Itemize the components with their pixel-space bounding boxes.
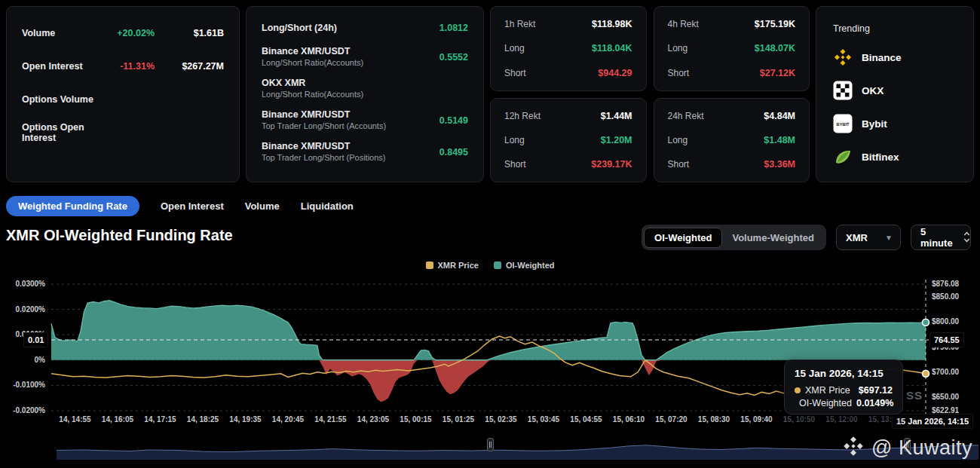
rekt-total: $175.19K — [755, 19, 795, 29]
rekt-long-value: $148.07K — [755, 43, 795, 54]
x-axis-tick: 15, 02:35 — [485, 415, 516, 424]
rekt-long-label: Long — [504, 43, 592, 54]
rekt-short-label: Short — [668, 159, 764, 170]
coinglass-dashboard: Volume+20.02%$1.61BOpen Interest-11.31%$… — [0, 0, 980, 468]
trending-item-okx[interactable]: OKX — [833, 81, 957, 100]
trending-item-bybit[interactable]: BYBITBybit — [833, 114, 957, 133]
ls-subtitle: Top Trader Long/Short (Accounts) — [262, 121, 439, 132]
chart-tooltip: 15 Jan 2026, 14:15 XMR Price$697.12OI-We… — [784, 359, 903, 414]
left-axis-tick: 0.0300% — [0, 280, 45, 288]
right-axis-tick: $700.00 — [932, 368, 959, 376]
stat-change: +20.02% — [96, 28, 155, 38]
rekt-card: 1h Rekt$118.98KLong$118.04KShort$944.29 — [490, 6, 647, 91]
rekt-short-label: Short — [668, 68, 760, 78]
tab-open-interest[interactable]: Open Interest — [161, 200, 224, 212]
kuwaity-watermark: @ Kuwaity — [842, 435, 972, 460]
ls-title: Binance XMR/USDT — [262, 109, 439, 121]
tooltip-series-value: 0.0149% — [856, 398, 893, 408]
x-axis-tick: 15, 00:15 — [400, 415, 431, 424]
legend-marker — [494, 262, 501, 269]
funding-rate-chart[interactable]: 0.0300%0.0200%0.0100%0%-0.0100%-0.0200% … — [0, 275, 980, 426]
rekt-title-row: 24h Rekt$4.84M — [668, 111, 796, 121]
rekt-short-row: Short$3.36M — [668, 159, 796, 170]
tooltip-date: 15 Jan 2026, 14:15 — [795, 368, 893, 379]
long-short-panel: Long/Short (24h)1.0812Binance XMR/USDTLo… — [246, 6, 484, 182]
trending-panel: Trending BinanceOKXBYBITBybitBitfinex — [816, 6, 974, 182]
interval-select-value: 5 minute — [920, 226, 953, 249]
stat-row: Open Interest-11.31%$267.27M — [22, 57, 224, 76]
chart-navigator[interactable] — [0, 434, 980, 460]
right-axis-tick: $650.00 — [932, 393, 959, 401]
legend-label: OI-Weighted — [506, 261, 555, 270]
stat-value: $267.27M — [155, 61, 224, 72]
x-axis-tick: 15, 06:10 — [613, 415, 645, 424]
ls-value: 0.5552 — [439, 52, 468, 63]
rekt-long-row: Long$118.04K — [504, 43, 632, 54]
chevron-down-icon: ▼ — [885, 234, 893, 242]
right-axis-tick: $876.08 — [932, 280, 959, 288]
symbol-select-value: XMR — [846, 232, 868, 243]
rekt-short-value: $239.17K — [591, 159, 632, 170]
right-axis-tick: $800.00 — [932, 317, 959, 326]
rekt-card: 12h Rekt$1.44MLong$1.20MShort$239.17K — [490, 98, 647, 183]
symbol-select[interactable]: XMR ▼ — [836, 225, 901, 250]
right-axis-tick: $850.00 — [932, 292, 959, 301]
tab-volume[interactable]: Volume — [245, 200, 280, 212]
long-short-row: Binance XMR/USDTTop Trader Long/Short (P… — [262, 140, 468, 164]
ls-subtitle: Long/Short Ratio(Accounts) — [262, 89, 468, 100]
x-axis-tick: 15, 10:50 — [783, 415, 815, 424]
chart-controls: OI-WeightedVolume-Weighted XMR ▼ 5 minut… — [642, 225, 971, 250]
navigator-handle-left[interactable] — [487, 438, 494, 451]
rekt-title: 1h Rekt — [504, 19, 592, 29]
rekt-title-row: 4h Rekt$175.19K — [668, 19, 796, 29]
x-axis-tick: 15, 04:55 — [570, 415, 602, 424]
bitfinex-icon — [833, 147, 853, 167]
x-axis-tick: 15, 03:45 — [528, 415, 559, 424]
tab-liquidation[interactable]: Liquidation — [301, 200, 354, 212]
rekt-short-label: Short — [504, 68, 598, 78]
trending-name: OKX — [862, 85, 884, 96]
long-short-row: Binance XMR/USDTLong/Short Ratio(Account… — [262, 45, 468, 69]
rekt-long-label: Long — [668, 135, 764, 145]
x-axis-tick: 14, 23:05 — [357, 415, 389, 424]
rekt-short-value: $3.36M — [764, 159, 795, 170]
toggle-oi-weighted[interactable]: OI-Weighted — [644, 228, 722, 248]
legend-label: XMR Price — [438, 261, 479, 270]
xmr-price-last-dot — [923, 370, 929, 377]
x-axis-tick: 14, 16:05 — [102, 415, 133, 424]
stat-label: Volume — [22, 28, 96, 38]
trending-name: Binance — [862, 52, 902, 63]
navigator-area — [57, 445, 978, 460]
left-axis-tick: 0% — [0, 356, 45, 364]
stat-row: Options Open Interest — [22, 123, 224, 142]
rekt-long-value: $1.20M — [601, 135, 632, 145]
bybit-icon: BYBIT — [833, 114, 853, 133]
tooltip-series-value: $697.12 — [859, 385, 893, 396]
ls-value: 1.0812 — [439, 23, 468, 33]
rekt-title: 4h Rekt — [668, 19, 755, 29]
trending-item-binance[interactable]: Binance — [833, 47, 957, 67]
x-axis-tick: 14, 20:45 — [272, 415, 304, 424]
ls-title: Long/Short (24h) — [262, 22, 439, 34]
left-axis-tick: -0.0100% — [0, 381, 45, 389]
rekt-short-row: Short$239.17K — [504, 159, 632, 170]
rekt-short-value: $27.12K — [760, 68, 795, 78]
tab-weighted-funding-rate[interactable]: Weighted Funding Rate — [6, 196, 139, 216]
rekt-short-label: Short — [504, 159, 591, 170]
rekt-long-label: Long — [668, 43, 755, 54]
legend-item-oi-weighted[interactable]: OI-Weighted — [494, 261, 555, 270]
market-stats-panel: Volume+20.02%$1.61BOpen Interest-11.31%$… — [6, 6, 240, 182]
tooltip-row: XMR Price$697.12 — [795, 385, 893, 396]
rekt-short-row: Short$27.12K — [668, 68, 796, 78]
legend-item-xmr-price[interactable]: XMR Price — [426, 261, 479, 270]
rekt-title: 24h Rekt — [668, 111, 764, 121]
tooltip-series-name: XMR Price — [805, 385, 854, 396]
trending-item-bitfinex[interactable]: Bitfinex — [833, 147, 957, 167]
interval-select[interactable]: 5 minute — [911, 225, 971, 250]
rekt-total: $1.44M — [601, 111, 632, 121]
binance-icon — [833, 47, 853, 67]
rekt-long-row: Long$148.07K — [668, 43, 796, 54]
toggle-volume-weighted[interactable]: Volume-Weighted — [722, 228, 824, 247]
ls-title: OKX XMR — [262, 77, 468, 89]
series-dot — [795, 387, 801, 393]
